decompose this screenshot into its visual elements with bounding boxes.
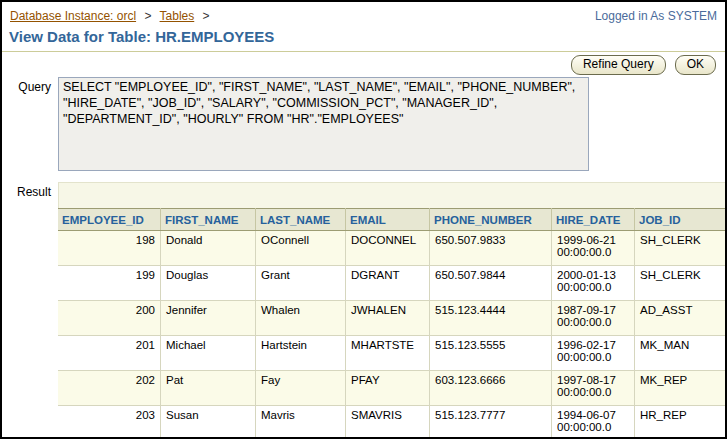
column-header-phone-number: PHONE_NUMBER — [430, 209, 552, 231]
query-section: Query SELECT "EMPLOYEE_ID", "FIRST_NAME"… — [2, 77, 725, 171]
result-toolbar-band — [58, 182, 727, 208]
cell-last-name: Mavris — [256, 406, 346, 439]
column-header-first-name: FIRST_NAME — [161, 209, 256, 231]
cell-phone-number: 603.123.6666 — [430, 371, 552, 406]
column-header-employee-id: EMPLOYEE_ID — [58, 209, 161, 231]
cell-job-id: SH_CLERK — [635, 231, 727, 266]
query-label: Query — [2, 77, 58, 94]
breadcrumb-separator: > — [203, 9, 210, 23]
cell-email: DOCONNEL — [346, 231, 430, 266]
table-row: 199 Douglas Grant DGRANT 650.507.9844 20… — [58, 266, 727, 301]
cell-phone-number: 515.123.4444 — [430, 301, 552, 336]
query-text-field[interactable]: SELECT "EMPLOYEE_ID", "FIRST_NAME", "LAS… — [58, 77, 589, 171]
cell-job-id: AD_ASST — [635, 301, 727, 336]
cell-hire-date: 1999-06-21 00:00:00.0 — [552, 231, 635, 266]
table-header-row: EMPLOYEE_ID FIRST_NAME LAST_NAME EMAIL P… — [58, 209, 727, 231]
cell-first-name: Douglas — [161, 266, 256, 301]
breadcrumb-link-tables[interactable]: Tables — [160, 9, 195, 23]
cell-first-name: Michael — [161, 336, 256, 371]
breadcrumb-link-database-instance[interactable]: Database Instance: orcl — [10, 9, 136, 23]
cell-employee-id: 203 — [58, 406, 161, 439]
table-row: 202 Pat Fay PFAY 603.123.6666 1997-08-17… — [58, 371, 727, 406]
cell-first-name: Donald — [161, 231, 256, 266]
cell-first-name: Susan — [161, 406, 256, 439]
top-bar: Database Instance: orcl > Tables > Logge… — [2, 2, 725, 23]
column-header-hire-date: HIRE_DATE — [552, 209, 635, 231]
cell-last-name: Hartstein — [256, 336, 346, 371]
cell-hire-date: 1987-09-17 00:00:00.0 — [552, 301, 635, 336]
breadcrumb: Database Instance: orcl > Tables > — [10, 9, 215, 23]
cell-employee-id: 201 — [58, 336, 161, 371]
table-body: 198 Donald OConnell DOCONNEL 650.507.983… — [58, 231, 727, 439]
cell-job-id: MK_REP — [635, 371, 727, 406]
cell-last-name: Grant — [256, 266, 346, 301]
view-data-page: Database Instance: orcl > Tables > Logge… — [0, 0, 727, 439]
cell-job-id: MK_MAN — [635, 336, 727, 371]
cell-phone-number: 650.507.9833 — [430, 231, 552, 266]
breadcrumb-separator: > — [144, 9, 151, 23]
cell-email: PFAY — [346, 371, 430, 406]
cell-phone-number: 515.123.5555 — [430, 336, 552, 371]
logged-in-status: Logged in As SYSTEM — [595, 9, 717, 23]
table-row: 203 Susan Mavris SMAVRIS 515.123.7777 19… — [58, 406, 727, 439]
column-header-last-name: LAST_NAME — [256, 209, 346, 231]
ok-button[interactable]: OK — [675, 55, 716, 75]
employees-table: EMPLOYEE_ID FIRST_NAME LAST_NAME EMAIL P… — [58, 208, 727, 439]
cell-hire-date: 1994-06-07 00:00:00.0 — [552, 406, 635, 439]
action-buttons: Refine Query OK — [2, 52, 725, 77]
page-title: View Data for Table: HR.EMPLOYEES — [2, 23, 725, 51]
cell-job-id: HR_REP — [635, 406, 727, 439]
result-section: Result EMPLOYEE_ID FIRST_NAME LAST_NAME … — [2, 182, 725, 439]
table-row: 198 Donald OConnell DOCONNEL 650.507.983… — [58, 231, 727, 266]
cell-first-name: Pat — [161, 371, 256, 406]
result-area: EMPLOYEE_ID FIRST_NAME LAST_NAME EMAIL P… — [58, 182, 727, 439]
table-row: 200 Jennifer Whalen JWHALEN 515.123.4444… — [58, 301, 727, 336]
cell-hire-date: 1996-02-17 00:00:00.0 — [552, 336, 635, 371]
cell-employee-id: 200 — [58, 301, 161, 336]
cell-employee-id: 199 — [58, 266, 161, 301]
cell-last-name: Whalen — [256, 301, 346, 336]
column-header-job-id: JOB_ID — [635, 209, 727, 231]
cell-email: MHARTSTE — [346, 336, 430, 371]
cell-phone-number: 650.507.9844 — [430, 266, 552, 301]
cell-email: JWHALEN — [346, 301, 430, 336]
cell-employee-id: 198 — [58, 231, 161, 266]
column-header-email: EMAIL — [346, 209, 430, 231]
result-label: Result — [2, 182, 58, 199]
cell-first-name: Jennifer — [161, 301, 256, 336]
cell-job-id: SH_CLERK — [635, 266, 727, 301]
cell-last-name: Fay — [256, 371, 346, 406]
cell-phone-number: 515.123.7777 — [430, 406, 552, 439]
cell-last-name: OConnell — [256, 231, 346, 266]
cell-hire-date: 2000-01-13 00:00:00.0 — [552, 266, 635, 301]
cell-hire-date: 1997-08-17 00:00:00.0 — [552, 371, 635, 406]
cell-employee-id: 202 — [58, 371, 161, 406]
refine-query-button[interactable]: Refine Query — [571, 55, 666, 75]
cell-email: SMAVRIS — [346, 406, 430, 439]
table-row: 201 Michael Hartstein MHARTSTE 515.123.5… — [58, 336, 727, 371]
cell-email: DGRANT — [346, 266, 430, 301]
